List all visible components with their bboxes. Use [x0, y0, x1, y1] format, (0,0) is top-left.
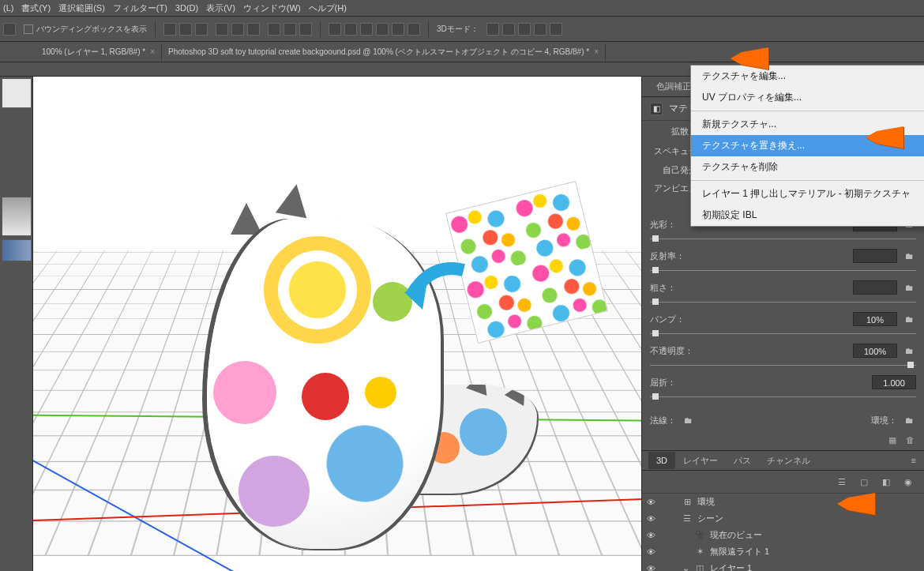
cam-icon: 🎥: [694, 530, 705, 541]
panel-tab[interactable]: 3D: [648, 452, 675, 469]
panel-tab[interactable]: レイヤー: [675, 451, 726, 471]
document-tab[interactable]: Photoshop 3D soft toy tutoprial create b…: [162, 43, 606, 61]
tool-preset-icon[interactable]: [3, 23, 16, 36]
close-icon[interactable]: ×: [150, 47, 155, 56]
refract-slider[interactable]: [650, 394, 916, 399]
scene-tree-row[interactable]: 👁🎥現在のビュー: [642, 527, 924, 543]
menu-item[interactable]: ウィンドウ(W): [243, 2, 301, 14]
transform-cluster-2[interactable]: [216, 23, 260, 36]
transform-cluster-3[interactable]: [268, 23, 312, 36]
reflect-slider[interactable]: [650, 268, 916, 272]
3d-filter-row: ☰ ▢ ◧ ◉: [642, 471, 924, 494]
opacity-row: 不透明度： 100% 🖿: [642, 342, 924, 374]
rough-value[interactable]: [853, 280, 897, 295]
filter-light-icon[interactable]: ◉: [902, 475, 915, 488]
opacity-slider[interactable]: [650, 363, 916, 367]
environment-label: 環境：: [871, 415, 897, 426]
menu-item[interactable]: ヘルプ(H): [309, 2, 347, 14]
reflect-texture-icon[interactable]: 🖿: [902, 249, 916, 263]
channel-thumb-2[interactable]: [2, 239, 32, 261]
rough-slider[interactable]: [650, 299, 916, 304]
opacity-texture-icon[interactable]: 🖿: [902, 344, 916, 358]
scene-tree-row[interactable]: 👁⌄◫レイヤー 1: [642, 560, 924, 571]
tree-item-label: 無限遠ライト 1: [710, 546, 769, 558]
transform-cluster-1[interactable]: [163, 23, 208, 36]
scene-tree-row[interactable]: 👁☰シーン: [642, 510, 924, 527]
apply-arrow-icon: [400, 262, 471, 327]
menu-item[interactable]: 3D(D): [175, 3, 198, 13]
scene-tree-row[interactable]: 👁✶無限遠ライト 1: [642, 543, 924, 560]
opacity-label: 不透明度：: [650, 345, 693, 357]
context-menu-item[interactable]: テクスチャを削除: [691, 156, 924, 178]
filter-material-icon[interactable]: ◧: [880, 475, 892, 488]
visibility-eye-icon[interactable]: 👁: [647, 531, 659, 540]
visibility-eye-icon[interactable]: 👁: [647, 564, 659, 572]
material-icon: ◧: [650, 103, 663, 115]
context-menu-item[interactable]: レイヤー 1 押し出しマテリアル - 初期テクスチャ: [691, 183, 924, 205]
menubar[interactable]: (L)書式(Y)選択範囲(S)フィルター(T)3D(D)表示(V)ウィンドウ(W…: [0, 0, 924, 17]
divider: [155, 21, 156, 37]
visibility-eye-icon[interactable]: 👁: [647, 547, 659, 557]
annotation-arrow-1: [731, 47, 768, 74]
3d-panel-tabs[interactable]: 3Dレイヤーパスチャンネル ≡: [642, 450, 924, 471]
filter-mesh-icon[interactable]: ▢: [858, 475, 870, 488]
svg-marker-1: [731, 47, 768, 69]
disclosure-icon[interactable]: ⌄: [682, 563, 689, 571]
bounding-box-label: バウンディングボックスを表示: [36, 24, 147, 35]
reflect-row: 反射率： 🖿: [642, 247, 924, 279]
panel-tab[interactable]: チャンネル: [759, 451, 818, 471]
3d-mode-cluster[interactable]: [486, 23, 562, 36]
mesh-icon: ◫: [694, 563, 705, 572]
bump-slider[interactable]: [650, 331, 916, 336]
normal-texture-icon[interactable]: 🖿: [681, 413, 695, 427]
document-tabs: 100% (レイヤー 1, RGB/8#) *×Photoshop 3D sof…: [0, 42, 924, 62]
annotation-arrow-2: [866, 126, 903, 153]
navigator-column: [0, 77, 33, 571]
rough-texture-icon[interactable]: 🖿: [902, 280, 916, 295]
visibility-eye-icon[interactable]: 👁: [647, 514, 659, 524]
scene-tree-row[interactable]: 👁⊞環境: [642, 494, 924, 510]
annotation-arrow-3: [837, 493, 875, 520]
navigator-thumb-1[interactable]: [2, 78, 32, 108]
tree-item-label: 環境: [697, 496, 715, 508]
close-icon[interactable]: ×: [594, 47, 599, 56]
refract-value[interactable]: 1.000: [872, 375, 916, 389]
menu-item[interactable]: 選択範囲(S): [58, 2, 105, 14]
environment-texture-icon[interactable]: 🖿: [902, 413, 916, 427]
render-settings-icon[interactable]: ▦: [888, 435, 896, 445]
panel-tab[interactable]: パス: [726, 451, 759, 471]
svg-marker-3: [837, 493, 875, 515]
3d-mode-label: 3Dモード：: [437, 24, 479, 35]
menu-item[interactable]: 表示(V): [206, 2, 235, 14]
menu-item[interactable]: (L): [3, 3, 13, 13]
context-menu-item[interactable]: テクスチャを編集...: [691, 66, 924, 87]
scene-icon: ☰: [682, 513, 693, 524]
align-cluster[interactable]: [329, 23, 420, 36]
menu-item[interactable]: 書式(Y): [21, 2, 51, 14]
context-menu-item[interactable]: UV プロパティを編集...: [691, 87, 924, 108]
rough-row: 粗さ： 🖿: [642, 279, 924, 310]
panel-menu-icon[interactable]: ≡: [903, 452, 924, 469]
env-icon: ⊞: [682, 497, 693, 508]
3d-canvas[interactable]: [33, 77, 641, 571]
trash-icon[interactable]: 🗑: [906, 435, 915, 445]
document-tab[interactable]: 100% (レイヤー 1, RGB/8#) *×: [36, 43, 162, 61]
context-menu-item[interactable]: 初期設定 IBL: [691, 205, 924, 226]
bounding-box-checkbox[interactable]: [24, 24, 33, 34]
3d-object-dinosaur[interactable]: [191, 187, 444, 571]
shine-label: 光彩：: [650, 219, 676, 231]
tree-item-label: 現在のビュー: [710, 529, 762, 541]
divider: [428, 21, 429, 37]
filter-scene-icon[interactable]: ☰: [836, 475, 848, 488]
divider: [320, 21, 321, 37]
channel-thumb-1[interactable]: [2, 197, 32, 236]
opacity-value[interactable]: 100%: [853, 344, 897, 358]
shine-slider[interactable]: [650, 236, 916, 241]
3d-scene-tree[interactable]: 👁⊞環境👁☰シーン👁🎥現在のビュー👁✶無限遠ライト 1👁⌄◫レイヤー 1👁◧レイ…: [642, 494, 924, 571]
bump-value[interactable]: 10%: [853, 312, 897, 326]
visibility-eye-icon[interactable]: 👁: [647, 498, 659, 507]
reflect-value[interactable]: [853, 249, 897, 263]
bump-texture-icon[interactable]: 🖿: [902, 312, 916, 326]
menu-item[interactable]: フィルター(T): [113, 2, 167, 14]
svg-marker-2: [866, 126, 903, 148]
